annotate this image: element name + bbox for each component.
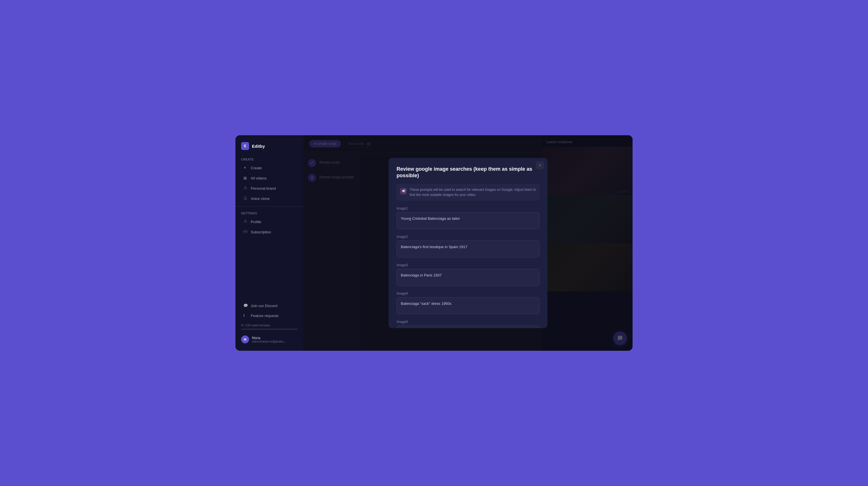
- logo-avatar: E: [241, 142, 249, 150]
- user-icon: [243, 186, 248, 191]
- sidebar-item-label: Profile: [251, 220, 261, 224]
- image-textarea-2[interactable]: [397, 240, 539, 257]
- create-section-label: CREATE: [236, 156, 304, 163]
- settings-section-label: SETTINGS: [236, 209, 304, 217]
- sidebar-item-label: Personal brand: [251, 186, 276, 191]
- sidebar-item-label: Create: [251, 166, 262, 170]
- sidebar-item-label: Feature requests: [251, 314, 279, 318]
- user-name: Maria: [252, 336, 286, 340]
- sidebar: E Editby CREATE ✦ Create ▦ All videos Pe…: [236, 135, 304, 351]
- image-textarea-5[interactable]: [397, 325, 539, 328]
- image-textarea-3[interactable]: [397, 269, 539, 286]
- user-email: rubccomania.mr@gmail.c...: [252, 340, 286, 343]
- modal-overlay: × Review google image searches (keep the…: [304, 135, 632, 351]
- sidebar-bottom: 💬 Join our Discord ℹ Feature requests 0 …: [236, 300, 304, 346]
- sidebar-divider: [236, 206, 304, 207]
- image-label-3: Image3: [397, 263, 539, 267]
- modal-info-text: These prompts will be used to search for…: [410, 187, 536, 197]
- sidebar-item-discord[interactable]: 💬 Join our Discord: [238, 301, 301, 311]
- avatar: M: [241, 335, 249, 344]
- sidebar-item-label: Voice clone: [251, 196, 270, 201]
- usage-bar: [241, 329, 298, 330]
- sidebar-item-feature-requests[interactable]: ℹ Feature requests: [238, 311, 301, 320]
- info-icon: ℹ: [243, 313, 248, 318]
- usage-bar-container: 0 / 120 used minutes: [236, 321, 304, 333]
- sidebar-item-personal-brand[interactable]: Personal brand: [238, 184, 301, 193]
- app-name: Editby: [252, 144, 265, 149]
- image-textarea-4[interactable]: [397, 297, 539, 314]
- review-images-modal: × Review google image searches (keep the…: [389, 158, 548, 328]
- sidebar-item-label: Subscription: [251, 230, 271, 234]
- sidebar-item-label: All videos: [251, 176, 267, 180]
- sidebar-logo: E Editby: [236, 140, 304, 156]
- profile-icon: [243, 220, 248, 224]
- image-textarea-1[interactable]: [397, 212, 539, 229]
- close-button[interactable]: ×: [536, 161, 544, 169]
- mic-icon: [243, 196, 248, 201]
- svg-point-3: [245, 220, 246, 222]
- sidebar-item-all-videos[interactable]: ▦ All videos: [238, 173, 301, 183]
- main-content: AI create script Your script ? ✓ Review …: [304, 135, 632, 351]
- usage-text: 0 / 120 used minutes: [241, 324, 298, 327]
- svg-rect-4: [244, 230, 247, 233]
- image-label-4: Image4: [397, 291, 539, 295]
- sidebar-item-subscription[interactable]: Subscription: [238, 227, 301, 237]
- grid-icon: ▦: [243, 176, 248, 180]
- app-window: E Editby CREATE ✦ Create ▦ All videos Pe…: [236, 135, 632, 351]
- create-icon: ✦: [243, 166, 248, 170]
- image-label-1: Image1: [397, 206, 539, 210]
- modal-title: Review google image searches (keep them …: [397, 166, 539, 179]
- user-item: M Maria rubccomania.mr@gmail.c...: [236, 333, 304, 346]
- image-label-5: Image5: [397, 320, 539, 324]
- sidebar-item-create[interactable]: ✦ Create: [238, 163, 301, 173]
- discord-icon: 💬: [243, 303, 248, 308]
- sidebar-item-profile[interactable]: Profile: [238, 217, 301, 227]
- user-info: Maria rubccomania.mr@gmail.c...: [252, 336, 286, 343]
- image-fields-container: Image1Image2Image3Image4Image5: [397, 206, 539, 328]
- image-label-2: Image2: [397, 235, 539, 239]
- sidebar-item-voice-clone[interactable]: Voice clone: [238, 194, 301, 203]
- svg-point-0: [245, 187, 246, 188]
- card-icon: [243, 230, 248, 234]
- sidebar-item-label: Join our Discord: [251, 304, 277, 308]
- megaphone-icon: 📢: [400, 188, 407, 195]
- modal-info: 📢 These prompts will be used to search f…: [397, 184, 539, 201]
- svg-rect-1: [245, 196, 246, 198]
